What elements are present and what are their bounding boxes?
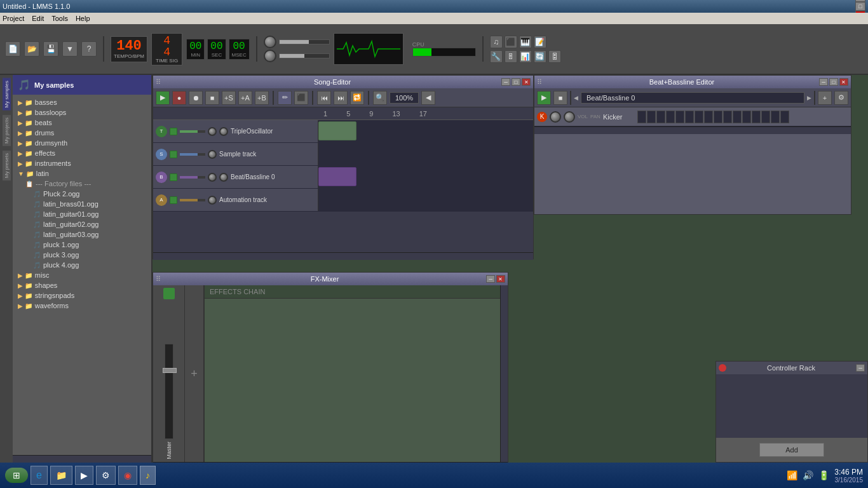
taskbar-lmms[interactable]: ♪ [140, 466, 156, 485]
fx-mixer-minimize[interactable]: ─ [486, 275, 495, 283]
tab-my-projects[interactable]: My projects [3, 114, 11, 146]
fx-mixer-close[interactable]: ✕ [496, 275, 505, 283]
piano-roll-btn[interactable]: 🎹 [519, 36, 532, 48]
pad-11[interactable] [733, 111, 742, 123]
beat-pattern-selector[interactable]: Beat/Bassline 0 [581, 92, 804, 104]
start-button[interactable]: ⊞ [5, 468, 28, 483]
record-while-playing[interactable]: ⏺ [189, 91, 203, 105]
taskbar-media[interactable]: ▶ [75, 466, 93, 485]
tree-item-latinguitar02[interactable]: 🎵 latin_guitar02.ogg [15, 219, 149, 229]
tree-item-stringsnpads[interactable]: ▶ 📁 stringsnpads [15, 290, 149, 301]
taskbar-ie[interactable]: e [31, 466, 48, 485]
tree-item-shapes[interactable]: ▶ 📁 shapes [15, 280, 149, 290]
taskbar-chrome[interactable]: ◉ [118, 466, 137, 485]
menu-project[interactable]: Project [3, 15, 24, 22]
add-sample-track[interactable]: +S [222, 91, 236, 105]
tab-my-presets[interactable]: My presets [3, 150, 11, 180]
pad-14[interactable] [761, 111, 770, 123]
pad-5[interactable] [675, 111, 684, 123]
track-content-4[interactable] [318, 189, 533, 211]
beat-stop-btn[interactable]: ■ [553, 91, 567, 105]
play-button[interactable]: ▶ [156, 91, 170, 105]
master-volume-knob[interactable] [264, 36, 276, 48]
volume-slider[interactable] [279, 39, 330, 44]
beat-next[interactable]: ▶ [807, 95, 811, 101]
tree-item-pluck3[interactable]: 🎵 pluck 3.ogg [15, 250, 149, 260]
track-content-2[interactable] [318, 143, 533, 165]
menu-help[interactable]: Help [76, 15, 90, 22]
add-bb-track[interactable]: +B [255, 91, 269, 105]
controller-rack-add-button[interactable]: Add [759, 443, 824, 457]
pad-6[interactable] [685, 111, 694, 123]
tree-item-latinbrass[interactable]: 🎵 latin_brass01.ogg [15, 199, 149, 209]
pad-7[interactable] [695, 111, 703, 123]
pad-9[interactable] [714, 111, 722, 123]
master-led[interactable] [163, 288, 175, 299]
fx-mixer-btn[interactable]: 🎚 [505, 50, 517, 63]
beat-play-btn[interactable]: ▶ [537, 91, 551, 105]
menu-tools[interactable]: Tools [51, 15, 68, 22]
beat-add-btn[interactable]: + [818, 91, 832, 105]
automation-btn[interactable]: 🔄 [534, 50, 546, 63]
kicker-pan-knob[interactable] [564, 111, 575, 123]
taskbar-app4[interactable]: ⚙ [96, 466, 116, 485]
toolbar-save[interactable]: 💾 [43, 41, 58, 57]
fx-scrollbar-v[interactable] [500, 285, 508, 462]
master-pitch-knob[interactable] [264, 50, 276, 62]
timeline-follow[interactable]: 🔍 [373, 91, 387, 105]
tree-item-latin[interactable]: ▼ 📁 latin [15, 168, 149, 179]
tree-item-basses[interactable]: ▶ 📁 basses [15, 97, 149, 107]
kicker-vol-knob[interactable] [550, 111, 561, 123]
tree-item-bassloops[interactable]: ▶ 📁 bassloops [15, 107, 149, 118]
tree-item-effects[interactable]: ▶ 📁 effects [15, 148, 149, 158]
add-automation-track[interactable]: +A [238, 91, 252, 105]
song-editor-minimize[interactable]: ─ [501, 78, 510, 86]
toolbar-open[interactable]: 📂 [24, 41, 39, 57]
tree-item-latinguitar01[interactable]: 🎵 latin_guitar01.ogg [15, 209, 149, 219]
song-editor-scrollbar[interactable] [153, 252, 533, 260]
toolbar-new[interactable]: 📄 [5, 41, 20, 57]
pad-2[interactable] [647, 111, 656, 123]
pad-13[interactable] [752, 111, 761, 123]
pad-1[interactable] [637, 111, 646, 123]
track-content-1[interactable] [318, 120, 533, 142]
pad-15[interactable] [771, 111, 780, 123]
stop-button[interactable]: ■ [205, 91, 219, 105]
track-block-1[interactable] [318, 121, 356, 140]
draw-mode[interactable]: ✏ [278, 91, 292, 105]
tree-item-pluck1[interactable]: 🎵 pluck 1.ogg [15, 240, 149, 250]
zoom-out[interactable]: ◀ [421, 91, 435, 105]
beat-editor-close[interactable]: ✕ [839, 78, 848, 86]
beat-editor-scrollbar[interactable] [534, 126, 851, 134]
toolbar-export[interactable]: ▼ [62, 41, 78, 57]
project-btn[interactable]: 📊 [519, 50, 532, 63]
tree-item-beats[interactable]: ▶ 📁 beats [15, 118, 149, 128]
song-editor-maximize[interactable]: □ [512, 78, 520, 86]
tree-item-drumsynth[interactable]: ▶ 📁 drumsynth [15, 138, 149, 148]
mute-btn-2[interactable] [170, 151, 177, 158]
controller-rack-minimize[interactable]: ─ [856, 364, 865, 372]
forward-btn[interactable]: ⏭ [334, 91, 348, 105]
rewind-btn[interactable]: ⏮ [317, 91, 331, 105]
tree-item-misc[interactable]: ▶ 📁 misc [15, 270, 149, 280]
track-vol-knob-2[interactable] [208, 150, 217, 159]
track-pan-knob-3[interactable] [219, 173, 228, 182]
menu-edit[interactable]: Edit [32, 15, 44, 22]
beat-prev[interactable]: ◀ [574, 95, 578, 101]
pad-3[interactable] [656, 111, 665, 123]
toolbar-help[interactable]: ? [81, 41, 97, 57]
beat-editor-maximize[interactable]: □ [829, 78, 838, 86]
tree-item-pluck2[interactable]: 🎵 Pluck 2.ogg [15, 189, 149, 199]
instruments-btn[interactable]: 🔧 [490, 50, 503, 63]
tree-item-waveforms[interactable]: ▶ 📁 waveforms [15, 301, 149, 311]
track-vol-knob-4[interactable] [208, 196, 217, 205]
pad-12[interactable] [742, 111, 751, 123]
track-pan-knob-1[interactable] [219, 127, 228, 136]
mute-btn-1[interactable] [170, 128, 177, 135]
sidebar-scrollbar[interactable] [13, 455, 151, 463]
pitch-slider[interactable] [279, 53, 330, 58]
tree-item-pluck4[interactable]: 🎵 pluck 4.ogg [15, 260, 149, 270]
master-fader[interactable] [165, 344, 173, 439]
taskbar-explorer[interactable]: 📁 [50, 466, 72, 485]
pad-4[interactable] [666, 111, 675, 123]
